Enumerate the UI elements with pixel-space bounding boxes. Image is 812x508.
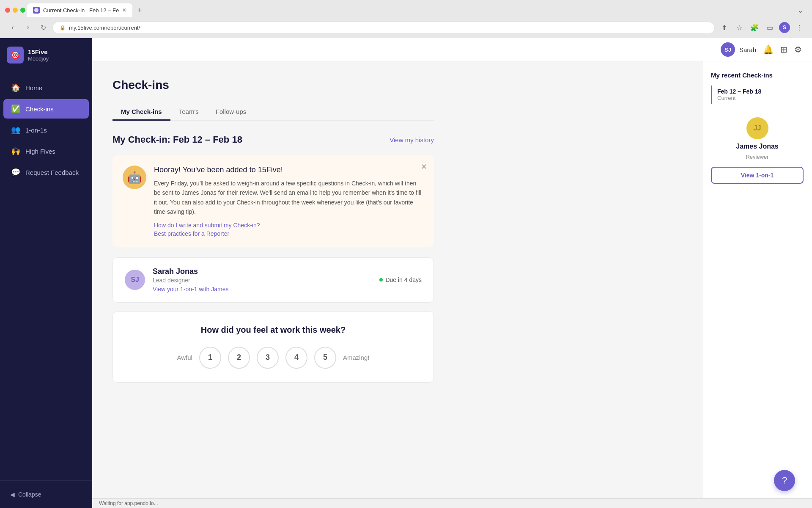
reviewer-section: JJ James Jonas Reviewer View 1-on-1	[711, 117, 804, 184]
browser-chrome: Current Check-in · Feb 12 – Fe ✕ + ⌄ ‹ ›…	[0, 0, 812, 38]
share-btn[interactable]: ⬆	[718, 22, 730, 33]
page-title: Check-ins	[112, 78, 434, 92]
logo-text: 15Five Moodjoy	[28, 48, 49, 62]
sidebar-item-highfives-label: High Fives	[25, 148, 55, 155]
checkin-title: My Check-in: Feb 12 – Feb 18	[112, 134, 242, 145]
1on1s-icon: 👥	[11, 125, 20, 135]
due-text: Due in 4 days	[385, 276, 422, 283]
tab-teams[interactable]: Team's	[170, 104, 207, 121]
banner-body: Every Friday, you'll be asked to weigh-i…	[154, 179, 424, 217]
extensions-btn[interactable]: 🧩	[749, 22, 760, 33]
browser-menu-dots[interactable]: ⋮	[793, 22, 805, 33]
sidebar-item-requestfeedback-label: Request Feedback	[25, 169, 79, 176]
header-user: SJ Sarah	[721, 42, 756, 57]
requestfeedback-icon: 💬	[11, 168, 20, 177]
grid-btn[interactable]: ⊞	[780, 44, 787, 55]
banner-content: 🤖 Hooray! You've been added to 15Five! E…	[123, 166, 424, 237]
tab-bar: Current Check-in · Feb 12 – Fe ✕ + ⌄	[0, 0, 812, 17]
scale-btn-3[interactable]: 3	[257, 347, 279, 369]
banner-icon: 🤖	[123, 166, 146, 189]
browser-tab-active[interactable]: Current Check-in · Feb 12 – Fe ✕	[27, 3, 132, 17]
banner-heading: Hooray! You've been added to 15Five!	[154, 166, 424, 174]
sidebar-item-home[interactable]: 🏠 Home	[3, 78, 89, 97]
scale-btn-1[interactable]: 1	[199, 347, 221, 369]
recent-checkins-title: My recent Check-ins	[711, 72, 804, 79]
collapse-icon: ◀	[10, 491, 15, 498]
user-name: Sarah Jonas	[153, 267, 372, 276]
user-role: Lead designer	[153, 277, 372, 284]
home-icon: 🏠	[11, 83, 20, 92]
back-btn[interactable]: ‹	[7, 22, 19, 33]
forward-btn[interactable]: ›	[22, 22, 34, 33]
status-bar: Waiting for app.pendo.io...	[92, 498, 812, 508]
logo-subtitle: Moodjoy	[28, 55, 49, 62]
settings-btn[interactable]: ⚙	[794, 44, 802, 55]
banner-link-1[interactable]: How do I write and submit my Check-in?	[154, 222, 424, 229]
banner-heading-prefix: Hooray!	[154, 166, 183, 174]
sidebar-item-1on1s-label: 1-on-1s	[25, 127, 47, 134]
sidebar-toggle-btn[interactable]: ▭	[764, 22, 776, 33]
browser-actions: ⬆ ☆ 🧩 ▭ S ⋮	[718, 22, 805, 33]
svg-point-0	[34, 8, 38, 12]
chat-fab[interactable]: ?	[774, 470, 795, 491]
sidebar-logo: 🎯 15Five Moodjoy	[0, 38, 92, 72]
feeling-card: How did you feel at work this week? Awfu…	[112, 311, 434, 383]
sidebar-item-checkins-label: Check-ins	[25, 105, 54, 113]
welcome-banner: ✕ 🤖 Hooray! You've been added to 15Five!…	[112, 155, 434, 247]
bookmark-btn[interactable]: ☆	[733, 22, 745, 33]
tab-my-checkins[interactable]: My Check-ins	[112, 104, 170, 121]
browser-profile-avatar[interactable]: S	[779, 22, 790, 33]
feeling-scale: Awful 1 2 3 4 5 Amazing!	[125, 347, 422, 369]
reviewer-name: James Jonas	[736, 143, 779, 150]
banner-link-2[interactable]: Best practices for a Reporter	[154, 230, 424, 237]
main-wrapper: SJ Sarah 🔔 ⊞ ⚙ Check-ins My Check-ins Te…	[92, 38, 812, 508]
banner-text: Hooray! You've been added to 15Five! Eve…	[154, 166, 424, 237]
chat-icon: ?	[782, 475, 787, 486]
notifications-btn[interactable]: 🔔	[763, 44, 774, 55]
collapse-label: Collapse	[18, 491, 41, 498]
highfives-icon: 🙌	[11, 146, 20, 156]
new-tab-btn[interactable]: +	[134, 4, 145, 17]
browser-menu-btn[interactable]: ⌄	[797, 6, 807, 15]
logo-name: 15Five	[28, 48, 49, 55]
reviewer-role: Reviewer	[746, 154, 768, 160]
logo-icon: 🎯	[7, 47, 24, 64]
header-username: Sarah	[739, 46, 756, 53]
status-text: Waiting for app.pendo.io...	[99, 500, 158, 506]
user-info: Sarah Jonas Lead designer View your 1-on…	[153, 267, 372, 293]
view-history-link[interactable]: View my history	[390, 136, 434, 144]
sidebar-item-1on1s[interactable]: 👥 1-on-1s	[3, 120, 89, 140]
banner-close-btn[interactable]: ✕	[421, 162, 427, 171]
recent-label: Current	[717, 95, 798, 101]
view-1on1-btn[interactable]: View 1-on-1	[711, 167, 804, 184]
scale-btn-5[interactable]: 5	[314, 347, 336, 369]
sidebar-item-highfives[interactable]: 🙌 High Fives	[3, 141, 89, 161]
right-panel: My recent Check-ins Feb 12 – Feb 18 Curr…	[702, 61, 812, 498]
address-bar[interactable]: 🔒 my.15five.com/report/current/	[52, 22, 715, 34]
due-status: Due in 4 days	[379, 276, 422, 283]
scale-btn-2[interactable]: 2	[228, 347, 250, 369]
reload-btn[interactable]: ↻	[37, 22, 49, 33]
maximize-window-btn[interactable]	[20, 8, 25, 13]
scale-btn-4[interactable]: 4	[285, 347, 307, 369]
tab-followups[interactable]: Follow-ups	[207, 104, 255, 121]
browser-controls: ‹ › ↻ 🔒 my.15five.com/report/current/ ⬆ …	[0, 17, 812, 38]
recent-date: Feb 12 – Feb 18	[717, 88, 798, 95]
sidebar-item-requestfeedback[interactable]: 💬 Request Feedback	[3, 163, 89, 182]
sidebar-item-checkins[interactable]: ✅ Check-ins	[3, 99, 89, 119]
collapse-btn[interactable]: ◀ Collapse	[7, 488, 85, 501]
view-1on1-link[interactable]: View your 1-on-1 with James	[153, 286, 228, 293]
scale-max-label: Amazing!	[343, 354, 370, 361]
minimize-window-btn[interactable]	[13, 8, 18, 13]
recent-checkin-item: Feb 12 – Feb 18 Current	[711, 86, 804, 104]
tab-close-btn[interactable]: ✕	[122, 7, 126, 13]
main-content: Check-ins My Check-ins Team's Follow-ups…	[92, 61, 702, 498]
scale-min-label: Awful	[177, 354, 192, 361]
url-text: my.15five.com/report/current/	[69, 25, 140, 31]
checkin-header: My Check-in: Feb 12 – Feb 18 View my his…	[112, 134, 434, 145]
close-window-btn[interactable]	[5, 8, 10, 13]
address-bar-row: 🔒 my.15five.com/report/current/	[52, 22, 715, 34]
content-area: Check-ins My Check-ins Team's Follow-ups…	[92, 61, 812, 498]
sidebar-item-home-label: Home	[25, 84, 42, 91]
logo-emoji: 🎯	[11, 50, 20, 60]
